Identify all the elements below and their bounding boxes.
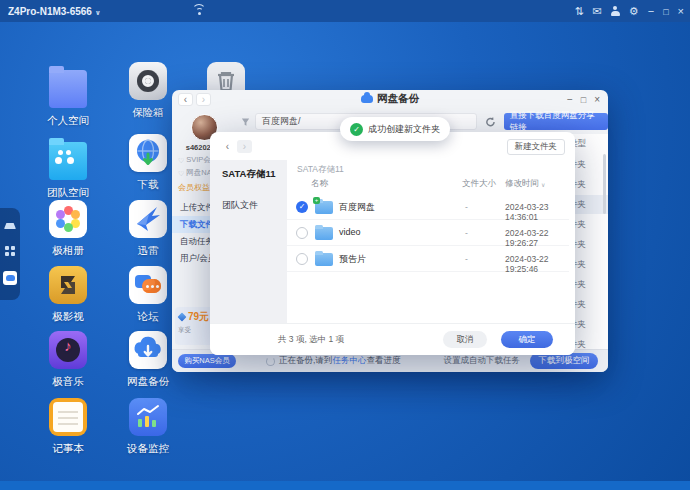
folder-icon <box>315 227 333 240</box>
dialog-sidebar: SATA存储11 团队文件 <box>210 160 287 323</box>
radio-unselected[interactable] <box>296 253 308 265</box>
dialog-footer: 共 3 项, 选中 1 项 取消 确定 <box>210 323 575 355</box>
dialog-back-button[interactable]: ‹ <box>220 140 235 153</box>
success-toast: 成功创建新文件夹 <box>340 117 450 141</box>
thunder-bird-icon <box>129 200 167 238</box>
desktop-icon-personal-space[interactable]: 个人空间 <box>28 62 108 128</box>
user-icon[interactable] <box>611 6 620 16</box>
desktop-icon-notes[interactable]: 记事本 <box>28 398 108 456</box>
storage-icon[interactable] <box>4 223 16 231</box>
system-topbar: Z4Pro-N1M3-6566 <box>0 0 690 22</box>
dialog-forward-button[interactable]: › <box>237 140 252 153</box>
check-circle-icon <box>350 123 363 136</box>
settings-icon[interactable] <box>629 6 639 17</box>
column-mtime[interactable]: 修改时间 <box>505 178 545 190</box>
active-cloud-backup-icon[interactable] <box>3 271 17 285</box>
radio-unselected[interactable] <box>296 227 308 239</box>
desktop-icon-movies[interactable]: 极影视 <box>28 266 108 324</box>
backup-spinner-icon <box>266 357 275 366</box>
diamond-icon <box>177 312 186 321</box>
minimize-icon[interactable] <box>648 6 654 17</box>
desktop-icon-music[interactable]: 极音乐 <box>28 331 108 389</box>
monitor-chart-icon <box>129 398 167 436</box>
message-icon[interactable] <box>593 6 602 17</box>
breadcrumb[interactable]: SATA存储11 <box>287 160 575 176</box>
music-note-icon <box>49 331 87 369</box>
sidebar-item-team-files[interactable]: 团队文件 <box>210 199 287 212</box>
download-globe-icon <box>129 134 167 172</box>
heart-icon <box>178 156 184 165</box>
buy-nas-vip-button[interactable]: 购买NAS会员 <box>178 354 236 368</box>
desktop-icon-team-space[interactable]: 团队空间 <box>28 134 108 200</box>
folder-icon <box>315 201 333 214</box>
maximize-icon[interactable] <box>663 6 668 17</box>
table-row[interactable]: 百度网盘 - 2024-03-23 14:36:01 <box>287 194 569 220</box>
folder-icon <box>49 70 87 108</box>
window-titlebar: ‹ › 网盘备份 <box>172 90 608 108</box>
table-header: 名称 文件大小 修改时间 <box>287 178 575 194</box>
transfer-icon[interactable] <box>574 6 583 17</box>
task-center-link[interactable]: 任务中心 <box>332 355 366 365</box>
download-to-nas-button[interactable]: 下载到极空间 <box>530 353 598 369</box>
close-icon[interactable] <box>678 6 684 17</box>
filter-icon[interactable] <box>241 117 250 127</box>
folder-picker-dialog: ‹ › 新建文件夹 SATA存储11 团队文件 SATA存储11 名称 文件大小… <box>210 132 575 355</box>
new-badge-icon <box>313 197 320 204</box>
selection-summary: 共 3 项, 选中 1 项 <box>278 334 344 346</box>
toast-message: 成功创建新文件夹 <box>368 123 440 136</box>
window-title: 网盘备份 <box>172 92 608 106</box>
chat-bubbles-icon <box>129 266 167 304</box>
auto-download-task-link[interactable]: 设置成自动下载任务 <box>444 355 521 367</box>
window-minimize-icon[interactable] <box>567 94 573 105</box>
movies-logo-icon <box>49 266 87 304</box>
backup-status: 正在备份,请到任务中心查看进度 <box>279 355 400 367</box>
table-row[interactable]: 预告片 - 2024-03-22 19:25:46 <box>287 246 569 272</box>
dock <box>0 208 20 300</box>
window-maximize-icon[interactable] <box>581 94 586 105</box>
screen: Z4Pro-N1M3-6566 个人空间 保险箱 <box>0 0 690 490</box>
safe-icon <box>129 62 167 100</box>
share-download-button[interactable]: 直接下载百度网盘分享链接 <box>504 113 608 130</box>
scrollbar[interactable] <box>603 154 606 214</box>
table-row[interactable]: video - 2024-03-22 19:26:27 <box>287 220 569 246</box>
column-size[interactable]: 文件大小 <box>462 178 496 190</box>
desktop-icon-photos[interactable]: 极相册 <box>28 200 108 258</box>
device-name: Z4Pro-N1M3-6566 <box>8 6 92 17</box>
dialog-content: SATA存储11 名称 文件大小 修改时间 百度网盘 - 2024-03-23 … <box>287 160 575 323</box>
heart-icon <box>178 169 184 178</box>
taskbar-strip <box>0 481 690 490</box>
desktop-icon-device-monitor[interactable]: 设备监控 <box>108 398 188 456</box>
promo-price: 79元 <box>188 310 209 324</box>
cloud-download-icon <box>129 331 167 369</box>
cloud-icon <box>361 95 373 103</box>
folder-icon <box>315 253 333 266</box>
wifi-icon[interactable] <box>192 4 206 16</box>
radio-selected[interactable] <box>296 201 308 213</box>
refresh-icon[interactable] <box>485 116 496 128</box>
new-folder-button[interactable]: 新建文件夹 <box>507 139 566 155</box>
chevron-down-icon <box>95 6 101 17</box>
window-close-icon[interactable] <box>594 94 600 105</box>
notebook-icon <box>49 398 87 436</box>
cancel-button[interactable]: 取消 <box>443 331 487 348</box>
sort-icon <box>541 179 545 189</box>
confirm-button[interactable]: 确定 <box>501 331 553 348</box>
team-folder-icon <box>49 142 87 180</box>
storage-title[interactable]: SATA存储11 <box>210 160 287 181</box>
photo-album-icon <box>49 200 87 238</box>
apps-grid-icon[interactable] <box>5 246 15 256</box>
device-name-menu[interactable]: Z4Pro-N1M3-6566 <box>8 6 101 17</box>
column-name[interactable]: 名称 <box>311 178 328 190</box>
